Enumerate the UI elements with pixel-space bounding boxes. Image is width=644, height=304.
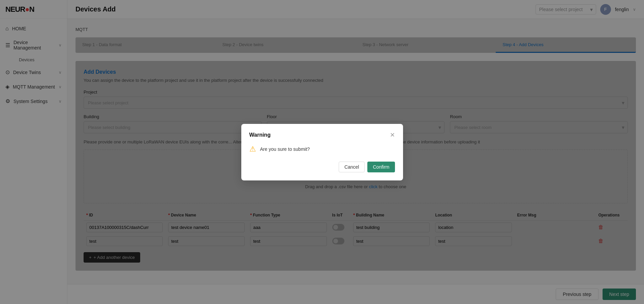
modal-title: Warning [249,132,271,138]
confirm-button[interactable]: Confirm [367,162,395,172]
warning-modal: Warning ✕ ⚠ Are you sure to submit? Canc… [241,124,403,180]
warning-icon: ⚠ [249,145,256,154]
cancel-button[interactable]: Cancel [339,162,365,172]
modal-overlay: Warning ✕ ⚠ Are you sure to submit? Canc… [0,0,644,304]
modal-body: ⚠ Are you sure to submit? [249,145,395,154]
modal-question: Are you sure to submit? [260,146,310,152]
modal-header: Warning ✕ [249,132,395,138]
modal-close-button[interactable]: ✕ [390,132,395,138]
modal-footer: Cancel Confirm [249,162,395,172]
